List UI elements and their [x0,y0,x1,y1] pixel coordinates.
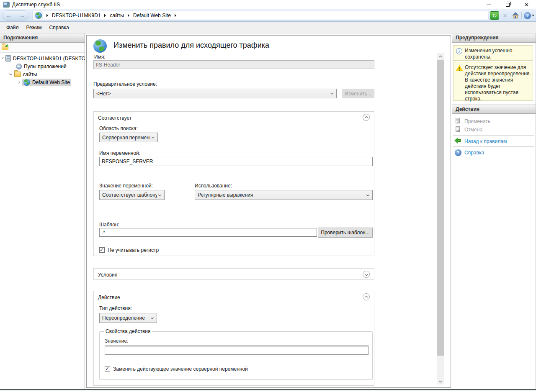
using-value: Регулярные выражения [195,192,365,198]
breadcrumb-arrow-icon[interactable] [104,14,106,17]
tree-item-default-web-site[interactable]: Default Web Site [0,78,85,86]
action-cancel: Отмена [452,126,535,133]
replace-value-checkbox[interactable] [105,366,110,372]
help-icon [524,12,531,19]
connections-header: Подключения [0,33,85,43]
variable-name-label: Имя переменной: [99,150,140,156]
operand-select[interactable]: Соответствует шаблону [99,190,165,200]
globe-icon [93,39,107,53]
breadcrumb-current-site[interactable]: Default Web Site [133,13,171,18]
window-title: Диспетчер служб IIS [12,2,60,8]
chevron-down-icon[interactable] [9,72,12,75]
back-button[interactable]: ← [6,13,12,18]
breadcrumb-server[interactable]: DESKTOP-U1MK9D1 [52,13,100,18]
pattern-label: Шаблон: [99,222,119,228]
action-back-to-rules[interactable]: Назад к правилам [452,137,535,145]
collapse-match-button[interactable] [363,114,370,121]
using-select[interactable]: Регулярные выражения [195,190,373,200]
operand-label: Значение переменной: [99,183,153,189]
tree-item-app-pools[interactable]: Пулы приложений [0,62,85,70]
actions-separator [453,135,534,136]
vertical-scrollbar[interactable] [437,53,444,384]
scope-value: Серверная переменная [100,135,150,141]
tree-item-app-pools-label[interactable]: Пулы приложений [24,64,67,69]
iis-manager-window: Диспетчер служб IIS ✕ ← → DESKTOP-U1MK9D… [0,0,536,392]
ignore-case-label[interactable]: Не учитывать регистр [108,247,159,253]
scope-select[interactable]: Серверная переменная [99,133,158,142]
breadcrumb[interactable]: DESKTOP-U1MK9D1 сайты Default Web Site [33,11,488,20]
right-panel: Предупреждения Изменения успешно сохране… [452,33,536,389]
chevron-down-icon [158,193,161,196]
minimize-icon [487,5,491,5]
breadcrumb-arrow-icon[interactable] [46,14,48,17]
chevron-down-icon [330,92,333,95]
globe-icon [34,12,43,19]
precondition-select[interactable]: <Нет> [93,89,337,98]
minimize-button[interactable] [479,0,498,9]
variable-name-input[interactable] [99,157,373,166]
connections-folder-icon[interactable] [2,45,8,50]
scrollbar-thumb[interactable] [437,60,444,356]
stop-icon: ✕ [500,11,510,20]
chevron-down-icon[interactable] [2,57,3,59]
menu-view[interactable]: Режим [23,22,46,33]
restore-button[interactable] [498,0,517,9]
app-icon [3,2,10,8]
back-to-rules-link[interactable]: Назад к правилам [464,138,507,144]
forward-button[interactable]: → [19,13,25,18]
help-link[interactable]: Справка [464,150,484,156]
tree-selection[interactable]: Default Web Site [22,79,71,86]
address-bar: ← → DESKTOP-U1MK9D1 сайты Default Web Si… [0,9,536,22]
chevron-right-icon[interactable] [17,81,20,84]
connections-panel: Подключения DESKTOP-U1MK9D1 (DESKTOP-U1M… [0,33,85,389]
toolbar-separator [11,44,11,51]
breadcrumb-sites[interactable]: сайты [110,13,124,18]
test-pattern-button[interactable]: Проверить шаблон... [318,228,373,238]
cancel-icon [455,126,461,133]
question-icon [455,149,461,156]
tree-item-sites[interactable]: сайты [0,70,85,78]
close-button[interactable]: ✕ [517,0,536,9]
refresh-icon[interactable]: ↻ [490,11,499,20]
connections-tree: DESKTOP-U1MK9D1 (DESKTOP-U1MK9D1) Пулы п… [0,53,85,86]
apply-label: Применить [464,118,490,124]
conditions-section-title: Условия [98,272,117,278]
tree-item-sites-label[interactable]: сайты [23,72,37,77]
replace-value-label[interactable]: Заменить действующее значение серверной … [113,366,248,372]
scroll-up-button[interactable] [437,53,444,60]
menu-file[interactable]: Файл [3,22,23,33]
tree-item-server-label[interactable]: DESKTOP-U1MK9D1 (DESKTOP-U1MK9D1) [13,56,85,61]
chevron-down-icon [438,379,442,382]
action-type-select[interactable]: Переопределение [99,313,157,323]
alert-warning: Отсутствует значение для действия переоп… [453,62,533,101]
conditions-section: Условия [93,268,374,280]
action-type-label: Тип действия: [99,305,132,311]
tree-item-server[interactable]: DESKTOP-U1MK9D1 (DESKTOP-U1MK9D1) [0,54,85,62]
ignore-case-checkbox[interactable] [99,247,105,253]
breadcrumb-arrow-icon[interactable] [128,14,129,17]
menu-help[interactable]: Справка [46,22,73,33]
action-value-input[interactable] [105,346,368,355]
edit-outbound-rule-page: Изменить правило для исходящего трафика … [86,35,451,388]
server-icon [5,55,11,61]
action-properties-title: Свойства действия [104,328,152,334]
menu-bar: Файл Режим Справка [0,22,536,33]
actions-separator [453,146,534,147]
home-icon[interactable] [511,11,520,20]
help-menu-button[interactable] [521,12,534,19]
breadcrumb-arrow-icon[interactable] [175,14,176,17]
alert-warning-text: Отсутствует значение для действия переоп… [465,64,531,102]
restore-icon [506,3,510,7]
expand-conditions-button[interactable] [363,271,370,278]
back-arrow-icon [455,138,461,145]
precondition-label: Предварительное условие: [93,81,157,87]
content-column: Изменить правило для исходящего трафика … [85,33,452,389]
action-help[interactable]: Справка [452,149,535,156]
collapse-action-button[interactable] [363,293,370,300]
chevron-down-icon [364,272,368,275]
pattern-input[interactable] [99,228,317,237]
scroll-down-button[interactable] [437,377,444,384]
warning-icon [456,65,463,71]
tree-item-default-web-site-label[interactable]: Default Web Site [32,79,70,85]
chevron-down-icon [366,193,369,196]
